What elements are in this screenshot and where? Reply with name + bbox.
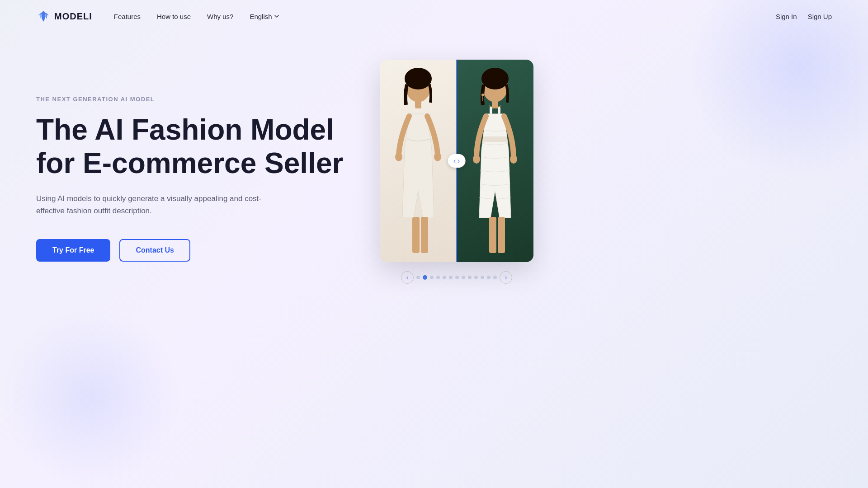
- svg-rect-2: [415, 100, 421, 108]
- carousel-prev-button[interactable]: ‹: [401, 271, 414, 284]
- svg-point-5: [395, 152, 402, 161]
- sign-in-link[interactable]: Sign In: [776, 13, 797, 20]
- hero-description: Using AI models to quickly generate a vi…: [36, 192, 271, 217]
- comparison-arrows[interactable]: ‹ ›: [448, 154, 466, 168]
- hero-image-area: ‹ › ‹ ›: [380, 60, 533, 284]
- chevron-down-icon: [274, 14, 279, 19]
- language-selector[interactable]: English: [250, 13, 279, 20]
- carousel-dot-8[interactable]: [468, 276, 472, 279]
- svg-rect-7: [412, 217, 420, 253]
- image-after: [457, 60, 533, 262]
- hero-title-line1: The AI Fashion Model: [36, 113, 334, 146]
- prev-arrow-icon: ‹: [406, 274, 409, 281]
- sign-up-link[interactable]: Sign Up: [808, 13, 832, 20]
- carousel-dot-3[interactable]: [436, 276, 440, 279]
- carousel-controls: ‹ ›: [380, 271, 533, 284]
- hero-tagline: THE NEXT GENERATION AI MODEL: [36, 96, 353, 103]
- svg-rect-20: [498, 217, 505, 253]
- left-arrow-icon: ‹: [453, 157, 456, 165]
- carousel-dot-0[interactable]: [416, 276, 420, 279]
- logo-text: MODELI: [54, 11, 92, 22]
- carousel-next-button[interactable]: ›: [500, 271, 512, 284]
- model-figure-before: [380, 60, 457, 262]
- svg-point-17: [473, 155, 480, 164]
- logo[interactable]: MODELI: [36, 9, 92, 23]
- carousel-dot-10[interactable]: [481, 276, 484, 279]
- carousel-dot-11[interactable]: [487, 276, 491, 279]
- svg-point-1: [405, 68, 432, 89]
- image-before: [380, 60, 457, 262]
- carousel-dot-7[interactable]: [462, 276, 465, 279]
- try-for-free-button[interactable]: Try For Free: [36, 239, 110, 262]
- navbar: MODELI Features How to use Why us? Engli…: [0, 0, 868, 33]
- hero-title: The AI Fashion Model for E-commerce Sell…: [36, 113, 353, 180]
- nav-auth: Sign In Sign Up: [776, 13, 832, 20]
- svg-rect-19: [489, 217, 496, 253]
- carousel-dot-9[interactable]: [474, 276, 478, 279]
- hero-content: THE NEXT GENERATION AI MODEL The AI Fash…: [36, 60, 353, 262]
- model-figure-after: [457, 60, 533, 262]
- nav-how-to-use[interactable]: How to use: [157, 13, 191, 20]
- hero-title-line2: for E-commerce Seller: [36, 147, 343, 179]
- comparison-image: ‹ ›: [380, 60, 533, 262]
- svg-point-10: [481, 68, 509, 89]
- nav-why-us[interactable]: Why us?: [207, 13, 233, 20]
- carousel-dot-12[interactable]: [493, 276, 497, 279]
- svg-point-6: [434, 152, 441, 161]
- hero-section: THE NEXT GENERATION AI MODEL The AI Fash…: [0, 33, 868, 284]
- svg-point-11: [481, 94, 484, 96]
- logo-icon: [36, 9, 51, 23]
- carousel-dot-5[interactable]: [449, 276, 453, 279]
- carousel-dot-2[interactable]: [430, 276, 434, 279]
- svg-rect-16: [483, 136, 507, 142]
- nav-links: Features How to use Why us? English: [114, 13, 776, 20]
- right-arrow-icon: ›: [458, 157, 460, 165]
- svg-rect-8: [421, 217, 428, 253]
- carousel-dot-6[interactable]: [455, 276, 459, 279]
- carousel-dot-4[interactable]: [443, 276, 446, 279]
- svg-point-18: [510, 155, 517, 164]
- cta-buttons: Try For Free Contact Us: [36, 239, 353, 262]
- language-label: English: [250, 13, 272, 20]
- next-arrow-icon: ›: [505, 274, 507, 281]
- nav-features[interactable]: Features: [114, 13, 141, 20]
- carousel-dot-1[interactable]: [423, 275, 427, 280]
- contact-us-button[interactable]: Contact Us: [119, 239, 190, 262]
